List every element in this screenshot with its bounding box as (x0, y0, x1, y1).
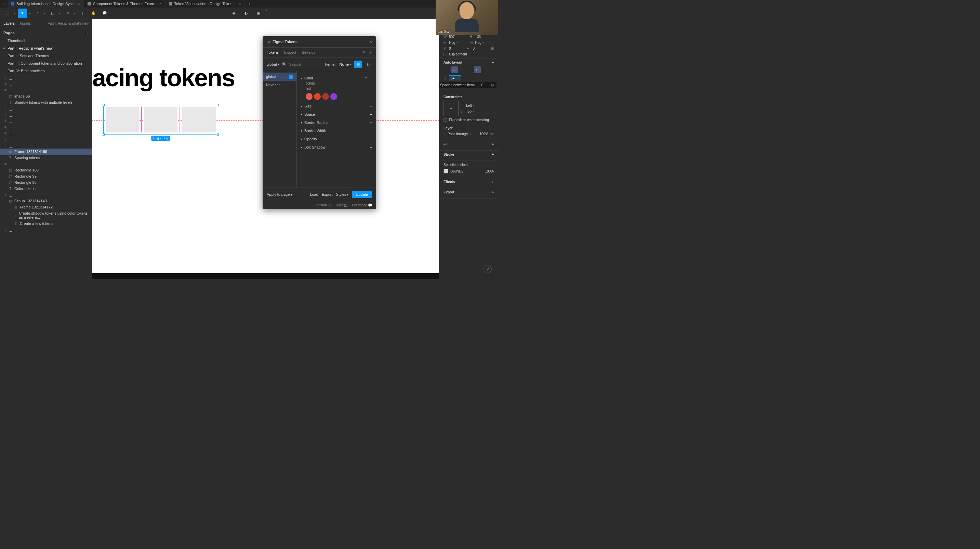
menu-button[interactable]: ☰ (3, 8, 12, 18)
add-token-button[interactable]: + (370, 145, 372, 149)
search-input[interactable] (289, 62, 309, 66)
export-button[interactable]: Export (322, 192, 333, 196)
layer-item[interactable]: ▢image 66 (0, 93, 92, 99)
align-top-left[interactable]: ⊩ (474, 66, 481, 73)
minimize-icon[interactable]: ⤢ (369, 50, 372, 55)
load-button[interactable]: Load (310, 192, 318, 196)
add-tab-button[interactable]: + (245, 1, 255, 6)
close-icon[interactable]: × (369, 39, 372, 45)
layer-item[interactable]: #_ (0, 118, 92, 124)
assets-tab[interactable]: Assets (19, 21, 31, 26)
file-tab-1[interactable]: Component Tokens & Themes Exam... × (84, 0, 165, 8)
layer-item[interactable]: #_ (0, 227, 92, 233)
spacing-input[interactable]: 54 (449, 75, 461, 81)
add-token-button[interactable]: + (370, 137, 372, 141)
add-export-button[interactable]: + (492, 190, 494, 194)
v-constraint[interactable]: Top (466, 110, 471, 113)
rotation-value[interactable]: 0° (449, 46, 452, 50)
chevron-down-icon[interactable]: ▾ (301, 77, 302, 80)
layer-item[interactable]: #_ (0, 192, 92, 198)
frame-tool[interactable]: # (33, 8, 42, 18)
layer-item[interactable]: #_ (0, 136, 92, 142)
feedback-link[interactable]: Feedback 💬 (352, 203, 372, 207)
home-icon[interactable]: ⌂ (2, 2, 8, 6)
undo-icon[interactable]: ↶ (363, 50, 366, 55)
json-view-button[interactable]: {} (364, 61, 372, 68)
resize-handle[interactable] (103, 104, 105, 106)
page-item[interactable]: Part II: Sets and Themes (0, 52, 92, 59)
w-mode[interactable]: Hug (449, 41, 455, 45)
new-set-button[interactable]: New set+ (262, 81, 296, 89)
clip-checkbox[interactable] (444, 53, 447, 56)
mask-icon[interactable]: ◐ (242, 8, 251, 18)
layer-item[interactable]: #_ (0, 124, 92, 130)
layer-item[interactable]: #_ (0, 112, 92, 118)
color-swatch[interactable] (330, 93, 337, 100)
color-opacity[interactable]: 100% (485, 169, 494, 173)
text-tool[interactable]: T (78, 8, 88, 18)
add-token-button[interactable]: + (370, 112, 372, 117)
radius-value[interactable]: 0 (473, 46, 475, 50)
align-dots[interactable]: ⋯ (482, 66, 488, 73)
set-item-global[interactable]: global✓ (262, 73, 296, 81)
settings-tab[interactable]: Settings (302, 50, 315, 55)
add-stroke-button[interactable]: + (492, 153, 494, 156)
list-icon[interactable]: ≡ (365, 76, 367, 80)
w-value[interactable]: 507 (449, 35, 455, 39)
color-swatch[interactable] (314, 93, 321, 100)
independent-corners-icon[interactable]: ⊞ (491, 46, 494, 50)
visibility-icon[interactable]: 👁 (490, 132, 494, 136)
color-swatch[interactable] (322, 93, 329, 100)
apply-dropdown[interactable]: Apply to page ▾ (267, 192, 293, 197)
pen-tool[interactable]: ✎ (63, 8, 73, 18)
opacity-value[interactable]: 100% (479, 132, 488, 136)
h-mode[interactable]: Hug (475, 41, 482, 45)
file-tab-0[interactable]: Building token-based Design Syst... × (8, 0, 84, 8)
fix-checkbox[interactable] (444, 118, 447, 122)
styles-dropdown[interactable]: Styles▾ (336, 192, 348, 197)
layer-item[interactable]: #_ (0, 105, 92, 112)
layer-item[interactable]: ⊞Frame 1321314172 (0, 204, 92, 210)
layer-item[interactable]: ⊞Frame 1321314199 (0, 148, 92, 155)
layer-item[interactable]: TShadow tokens with multiple levels (0, 99, 92, 105)
color-hex[interactable]: D9D9D9 (450, 169, 463, 173)
page-dropdown[interactable]: Part I: Recap & what's new (48, 22, 89, 26)
layer-item[interactable]: ▢Rectangle 100 (0, 167, 92, 173)
help-button[interactable]: ? (484, 265, 492, 273)
color-chip[interactable] (444, 169, 448, 174)
add-effect-button[interactable]: + (492, 180, 494, 184)
page-item[interactable]: Thumbnail (0, 37, 92, 45)
docs-link[interactable]: Docs 🕮 (336, 203, 348, 207)
h-value[interactable]: 133 (475, 35, 481, 39)
layer-item[interactable]: #_ (0, 130, 92, 136)
layer-item[interactable]: TCreate a few tokens (0, 220, 92, 227)
add-token-button[interactable]: + (370, 120, 372, 124)
move-tool[interactable] (18, 8, 27, 18)
layer-item[interactable]: TSpacing tokens (0, 155, 92, 161)
boolean-icon[interactable]: ▣ (254, 8, 263, 18)
layer-item[interactable]: TCreate shadow tokens using color tokens… (0, 210, 92, 220)
direction-vertical[interactable]: ↓ (444, 66, 450, 73)
resize-handle[interactable] (217, 104, 219, 106)
direction-horizontal[interactable]: → (451, 66, 458, 73)
update-button[interactable]: Update (352, 191, 372, 198)
page-item[interactable]: Part III: Component tokens and collabora… (0, 59, 92, 67)
close-icon[interactable]: × (239, 2, 241, 6)
layer-item[interactable]: #_ (0, 87, 92, 93)
grid-view-button[interactable]: ▦ (354, 61, 362, 68)
close-icon[interactable]: × (78, 2, 80, 6)
layer-item[interactable]: #_ (0, 142, 92, 148)
shape-tool[interactable]: ▢ (48, 8, 57, 18)
theme-dropdown[interactable]: Theme: None▾ (323, 62, 352, 66)
selected-frame[interactable]: Hug × Hug (103, 105, 218, 135)
component-icon[interactable]: ◈ (229, 8, 239, 18)
resize-handle[interactable] (217, 134, 219, 136)
page-item[interactable]: Part I: Recap & what's new (0, 45, 92, 52)
layer-item[interactable]: #_ (0, 75, 92, 81)
close-icon[interactable]: × (159, 2, 162, 6)
constraint-widget[interactable]: + (444, 101, 458, 116)
resize-handle[interactable] (103, 134, 105, 136)
blend-mode[interactable]: Pass through (448, 132, 468, 136)
file-tab-2[interactable]: Token Visualisation - Design Token ... × (165, 0, 245, 8)
hand-tool[interactable]: ✋ (89, 8, 99, 18)
